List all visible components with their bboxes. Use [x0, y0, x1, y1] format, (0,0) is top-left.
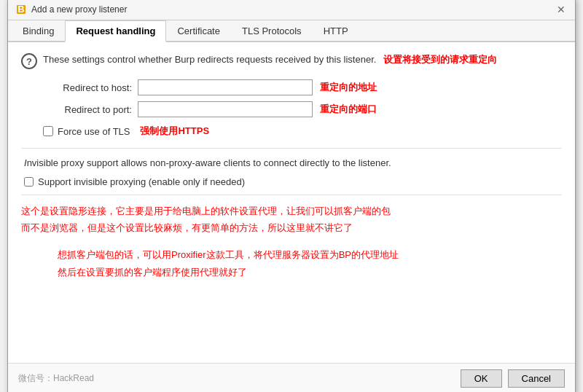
redirect-host-input[interactable]: [138, 79, 313, 95]
redirect-port-label: Redirect to port:: [43, 104, 138, 115]
ok-button[interactable]: OK: [461, 369, 502, 388]
main-content: ? These settings control whether Burp re…: [8, 42, 575, 363]
chinese-note-2-line2: 然后在设置要抓的客户端程序使用代理就好了: [58, 264, 562, 281]
chinese-note-1: 这个是设置隐形连接，它主要是用于给电脑上的软件设置代理，让我们可以抓客户端的包 …: [21, 203, 562, 237]
chinese-note-1-line1: 这个是设置隐形连接，它主要是用于给电脑上的软件设置代理，让我们可以抓客户端的包: [21, 203, 562, 219]
chinese-note-1-line2: 而不是浏览器，但是这个设置比较麻烦，有更简单的方法，所以这里就不讲它了: [21, 219, 562, 236]
watermark: 微信号：HackRead: [18, 372, 455, 385]
info-text: These settings control whether Burp redi…: [43, 54, 376, 65]
tab-http[interactable]: HTTP: [313, 20, 359, 42]
invisible-proxy-checkbox[interactable]: [24, 177, 34, 187]
tab-binding[interactable]: Binding: [12, 20, 65, 42]
title-bar: B Add a new proxy listener ✕: [8, 0, 575, 20]
redirect-port-input[interactable]: [138, 101, 313, 117]
chinese-note-2: 想抓客户端包的话，可以用Proxifier这款工具，将代理服务器设置为BP的代理…: [58, 246, 562, 281]
info-text-wrapper: These settings control whether Burp redi…: [43, 52, 497, 67]
tab-certificate[interactable]: Certificate: [166, 20, 231, 42]
tab-bar: Binding Request handling Certificate TLS…: [8, 20, 575, 42]
force-tls-checkbox[interactable]: [43, 126, 53, 136]
redirect-host-label: Redirect to host:: [43, 82, 138, 93]
invisible-proxy-section: Invisible proxy support allows non-proxy…: [24, 156, 562, 187]
window-title: Add a new proxy listener: [31, 4, 127, 15]
invisible-proxy-label: Support invisible proxying (enable only …: [38, 176, 245, 187]
divider2: [21, 195, 562, 195]
force-tls-label: Force use of TLS: [58, 126, 130, 137]
invisible-proxy-description: Invisible proxy support allows non-proxy…: [24, 156, 562, 170]
redirect-port-row: Redirect to port: 重定向的端口: [43, 101, 562, 117]
invisible-proxy-text-rest: nvisible proxy support allows non-proxy-…: [27, 157, 391, 168]
info-text-red: 设置将接受到的请求重定向: [383, 54, 497, 65]
force-tls-hint: 强制使用HTTPS: [140, 125, 209, 138]
footer: 微信号：HackRead OK Cancel: [8, 363, 575, 392]
cancel-button[interactable]: Cancel: [508, 369, 565, 388]
info-icon: ?: [21, 53, 37, 69]
force-tls-row: Force use of TLS 强制使用HTTPS: [43, 125, 562, 138]
info-row: ? These settings control whether Burp re…: [21, 52, 562, 69]
redirect-host-hint: 重定向的地址: [320, 81, 377, 94]
redirect-host-row: Redirect to host: 重定向的地址: [43, 79, 562, 95]
chinese-note-2-line1: 想抓客户端包的话，可以用Proxifier这款工具，将代理服务器设置为BP的代理…: [58, 246, 562, 263]
close-button[interactable]: ✕: [555, 3, 568, 16]
tab-request-handling[interactable]: Request handling: [65, 20, 166, 42]
divider1: [21, 148, 562, 149]
title-bar-left: B Add a new proxy listener: [15, 4, 127, 15]
app-icon: B: [15, 4, 27, 15]
tab-tls-protocols[interactable]: TLS Protocols: [231, 20, 313, 42]
svg-text:B: B: [17, 4, 24, 15]
redirect-port-hint: 重定向的端口: [320, 103, 377, 116]
dialog-window: B Add a new proxy listener ✕ Binding Req…: [7, 0, 576, 392]
invisible-proxy-checkbox-row: Support invisible proxying (enable only …: [24, 176, 562, 187]
